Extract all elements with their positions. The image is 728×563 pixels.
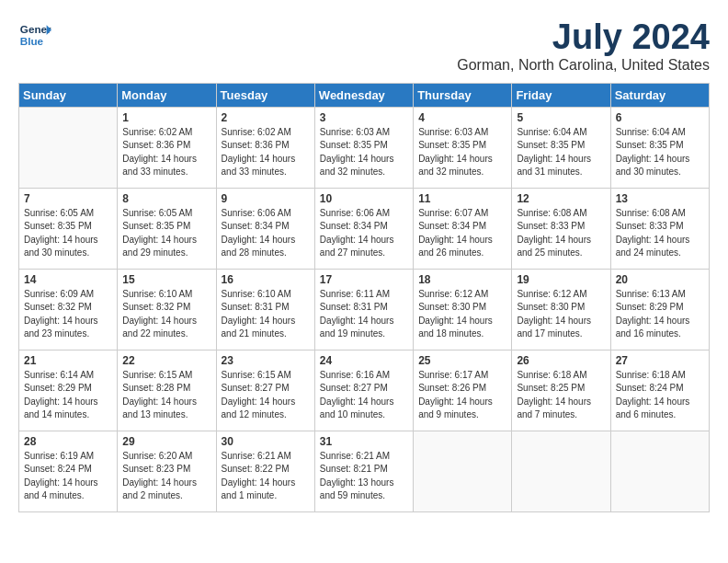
calendar-cell: 14Sunrise: 6:09 AM Sunset: 8:32 PM Dayli…: [19, 269, 118, 350]
day-number: 31: [320, 435, 408, 448]
day-number: 17: [320, 273, 408, 286]
day-info: Sunrise: 6:03 AM Sunset: 8:35 PM Dayligh…: [418, 126, 506, 179]
day-number: 23: [222, 354, 310, 367]
col-header-wednesday: Wednesday: [314, 83, 413, 107]
day-number: 10: [320, 192, 408, 205]
day-info: Sunrise: 6:17 AM Sunset: 8:26 PM Dayligh…: [418, 369, 506, 422]
day-number: 14: [24, 273, 112, 286]
col-header-saturday: Saturday: [610, 83, 709, 107]
day-number: 11: [418, 192, 506, 205]
day-number: 6: [616, 111, 704, 124]
day-info: Sunrise: 6:08 AM Sunset: 8:33 PM Dayligh…: [517, 207, 605, 260]
day-number: 8: [122, 192, 210, 205]
svg-text:Blue: Blue: [20, 35, 44, 47]
day-info: Sunrise: 6:16 AM Sunset: 8:27 PM Dayligh…: [320, 369, 408, 422]
calendar-cell: 27Sunrise: 6:18 AM Sunset: 8:24 PM Dayli…: [610, 350, 709, 431]
calendar-cell: 17Sunrise: 6:11 AM Sunset: 8:31 PM Dayli…: [314, 269, 413, 350]
calendar-cell: [19, 107, 118, 188]
calendar-cell: 29Sunrise: 6:20 AM Sunset: 8:23 PM Dayli…: [118, 431, 216, 511]
title-block: July 2024 Gorman, North Carolina, United…: [457, 18, 710, 74]
calendar-cell: 4Sunrise: 6:03 AM Sunset: 8:35 PM Daylig…: [414, 107, 512, 188]
col-header-monday: Monday: [118, 83, 216, 107]
day-info: Sunrise: 6:18 AM Sunset: 8:25 PM Dayligh…: [517, 369, 605, 422]
day-info: Sunrise: 6:14 AM Sunset: 8:29 PM Dayligh…: [24, 369, 112, 422]
calendar-cell: 19Sunrise: 6:12 AM Sunset: 8:30 PM Dayli…: [512, 269, 610, 350]
day-number: 15: [122, 273, 210, 286]
calendar-cell: 26Sunrise: 6:18 AM Sunset: 8:25 PM Dayli…: [512, 350, 610, 431]
calendar-week-row: 1Sunrise: 6:02 AM Sunset: 8:36 PM Daylig…: [19, 107, 710, 188]
day-info: Sunrise: 6:21 AM Sunset: 8:22 PM Dayligh…: [222, 450, 310, 503]
day-info: Sunrise: 6:18 AM Sunset: 8:24 PM Dayligh…: [616, 369, 704, 422]
calendar-cell: 8Sunrise: 6:05 AM Sunset: 8:35 PM Daylig…: [118, 188, 216, 269]
calendar-cell: 22Sunrise: 6:15 AM Sunset: 8:28 PM Dayli…: [118, 350, 216, 431]
calendar-cell: 23Sunrise: 6:15 AM Sunset: 8:27 PM Dayli…: [216, 350, 314, 431]
day-info: Sunrise: 6:12 AM Sunset: 8:30 PM Dayligh…: [517, 288, 605, 341]
day-number: 26: [517, 354, 605, 367]
month-title: July 2024: [457, 18, 710, 57]
calendar-cell: 2Sunrise: 6:02 AM Sunset: 8:36 PM Daylig…: [216, 107, 314, 188]
day-info: Sunrise: 6:12 AM Sunset: 8:30 PM Dayligh…: [418, 288, 506, 341]
calendar-cell: 7Sunrise: 6:05 AM Sunset: 8:35 PM Daylig…: [19, 188, 118, 269]
day-number: 22: [122, 354, 210, 367]
day-info: Sunrise: 6:02 AM Sunset: 8:36 PM Dayligh…: [222, 126, 310, 179]
day-info: Sunrise: 6:19 AM Sunset: 8:24 PM Dayligh…: [24, 450, 112, 503]
calendar-cell: 28Sunrise: 6:19 AM Sunset: 8:24 PM Dayli…: [19, 431, 118, 511]
calendar-cell: 1Sunrise: 6:02 AM Sunset: 8:36 PM Daylig…: [118, 107, 216, 188]
day-info: Sunrise: 6:20 AM Sunset: 8:23 PM Dayligh…: [122, 450, 210, 503]
day-info: Sunrise: 6:09 AM Sunset: 8:32 PM Dayligh…: [24, 288, 112, 341]
logo: General Blue: [18, 18, 51, 52]
calendar-cell: 13Sunrise: 6:08 AM Sunset: 8:33 PM Dayli…: [610, 188, 709, 269]
calendar-week-row: 28Sunrise: 6:19 AM Sunset: 8:24 PM Dayli…: [19, 431, 710, 511]
logo-icon: General Blue: [18, 18, 51, 52]
day-number: 7: [24, 192, 112, 205]
day-info: Sunrise: 6:06 AM Sunset: 8:34 PM Dayligh…: [320, 207, 408, 260]
day-info: Sunrise: 6:15 AM Sunset: 8:28 PM Dayligh…: [122, 369, 210, 422]
calendar-cell: 9Sunrise: 6:06 AM Sunset: 8:34 PM Daylig…: [216, 188, 314, 269]
calendar-cell: 18Sunrise: 6:12 AM Sunset: 8:30 PM Dayli…: [414, 269, 512, 350]
col-header-tuesday: Tuesday: [216, 83, 314, 107]
day-info: Sunrise: 6:07 AM Sunset: 8:34 PM Dayligh…: [418, 207, 506, 260]
calendar-cell: 20Sunrise: 6:13 AM Sunset: 8:29 PM Dayli…: [610, 269, 709, 350]
day-info: Sunrise: 6:10 AM Sunset: 8:31 PM Dayligh…: [222, 288, 310, 341]
day-info: Sunrise: 6:10 AM Sunset: 8:32 PM Dayligh…: [122, 288, 210, 341]
calendar-week-row: 14Sunrise: 6:09 AM Sunset: 8:32 PM Dayli…: [19, 269, 710, 350]
day-info: Sunrise: 6:02 AM Sunset: 8:36 PM Dayligh…: [122, 126, 210, 179]
calendar-cell: 31Sunrise: 6:21 AM Sunset: 8:21 PM Dayli…: [314, 431, 413, 511]
day-number: 9: [222, 192, 310, 205]
page-header: General Blue July 2024 Gorman, North Car…: [18, 18, 710, 74]
calendar-cell: 11Sunrise: 6:07 AM Sunset: 8:34 PM Dayli…: [414, 188, 512, 269]
col-header-friday: Friday: [512, 83, 610, 107]
day-number: 27: [616, 354, 704, 367]
day-info: Sunrise: 6:06 AM Sunset: 8:34 PM Dayligh…: [222, 207, 310, 260]
calendar-cell: 16Sunrise: 6:10 AM Sunset: 8:31 PM Dayli…: [216, 269, 314, 350]
calendar-cell: 6Sunrise: 6:04 AM Sunset: 8:35 PM Daylig…: [610, 107, 709, 188]
location-title: Gorman, North Carolina, United States: [457, 57, 710, 74]
day-number: 19: [517, 273, 605, 286]
calendar-cell: 21Sunrise: 6:14 AM Sunset: 8:29 PM Dayli…: [19, 350, 118, 431]
calendar-week-row: 21Sunrise: 6:14 AM Sunset: 8:29 PM Dayli…: [19, 350, 710, 431]
day-number: 20: [616, 273, 704, 286]
col-header-thursday: Thursday: [414, 83, 512, 107]
day-number: 21: [24, 354, 112, 367]
calendar-cell: [610, 431, 709, 511]
day-info: Sunrise: 6:04 AM Sunset: 8:35 PM Dayligh…: [517, 126, 605, 179]
col-header-sunday: Sunday: [19, 83, 118, 107]
calendar-cell: 3Sunrise: 6:03 AM Sunset: 8:35 PM Daylig…: [314, 107, 413, 188]
day-number: 4: [418, 111, 506, 124]
day-number: 25: [418, 354, 506, 367]
day-info: Sunrise: 6:08 AM Sunset: 8:33 PM Dayligh…: [616, 207, 704, 260]
day-number: 2: [222, 111, 310, 124]
day-number: 18: [418, 273, 506, 286]
day-number: 1: [122, 111, 210, 124]
calendar-cell: 30Sunrise: 6:21 AM Sunset: 8:22 PM Dayli…: [216, 431, 314, 511]
day-info: Sunrise: 6:05 AM Sunset: 8:35 PM Dayligh…: [24, 207, 112, 260]
calendar-header-row: SundayMondayTuesdayWednesdayThursdayFrid…: [19, 83, 710, 107]
calendar-cell: 5Sunrise: 6:04 AM Sunset: 8:35 PM Daylig…: [512, 107, 610, 188]
calendar-week-row: 7Sunrise: 6:05 AM Sunset: 8:35 PM Daylig…: [19, 188, 710, 269]
day-number: 24: [320, 354, 408, 367]
calendar-cell: 24Sunrise: 6:16 AM Sunset: 8:27 PM Dayli…: [314, 350, 413, 431]
calendar-cell: [512, 431, 610, 511]
day-number: 16: [222, 273, 310, 286]
day-number: 13: [616, 192, 704, 205]
day-number: 5: [517, 111, 605, 124]
